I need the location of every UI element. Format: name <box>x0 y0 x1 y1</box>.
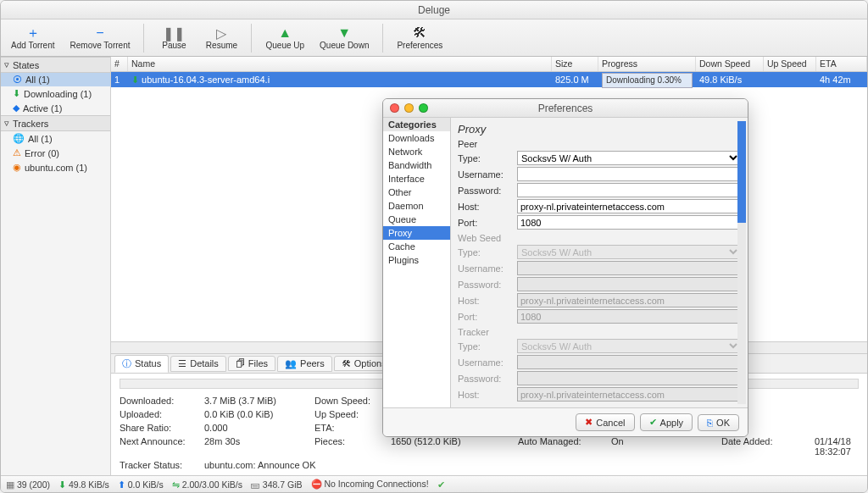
col-size[interactable]: Size <box>552 57 598 71</box>
downloaded-label: Downloaded: <box>120 396 204 406</box>
categories-header: Categories <box>383 118 450 131</box>
date-label: Date Added: <box>721 436 815 457</box>
disk-icon: 🖴 <box>251 479 260 490</box>
health-icon[interactable]: ✔ <box>437 479 445 490</box>
sidebar-tracker-ubuntu[interactable]: ◉ubuntu.com (1) <box>1 160 110 174</box>
col-down[interactable]: Down Speed <box>696 57 764 71</box>
ok-icon: ⎘ <box>707 418 713 428</box>
category-proxy[interactable]: Proxy <box>383 226 450 240</box>
category-interface[interactable]: Interface <box>383 172 450 186</box>
active-icon: ◆ <box>13 102 19 114</box>
tab-status[interactable]: ⓘStatus <box>114 355 169 373</box>
sidebar-item-all[interactable]: ⦿All (1) <box>1 73 110 86</box>
download-icon: ⬇ <box>58 479 66 490</box>
downspeed-label: Down Speed: <box>314 396 391 406</box>
torrent-row[interactable]: 1 ⬇ ubuntu-16.04.3-server-amd64.i 825.0 … <box>111 72 867 87</box>
titlebar: Deluge <box>1 1 867 19</box>
down-status[interactable]: ⬇ 49.8 KiB/s <box>58 479 109 490</box>
ratio-status[interactable]: ⇋ 2.00/3.00 KiB/s <box>172 479 242 490</box>
category-plugins[interactable]: Plugins <box>383 253 450 267</box>
share-label: Share Ratio: <box>120 423 204 433</box>
category-bandwidth[interactable]: Bandwidth <box>383 158 450 172</box>
downloaded-value: 3.7 MiB (3.7 MiB) <box>204 396 314 406</box>
category-network[interactable]: Network <box>383 145 450 158</box>
sidebar-tracker-error[interactable]: ⚠Error (0) <box>1 146 110 160</box>
all-icon: 🌐 <box>13 133 25 144</box>
auto-label: Auto Managed: <box>518 436 611 457</box>
queue-up-button[interactable]: ▲Queue Up <box>260 21 309 55</box>
share-value: 0.000 <box>204 423 314 433</box>
preferences-buttons: ✖Cancel ✔Apply ⎘OK <box>383 407 748 436</box>
sidebar-tracker-all[interactable]: 🌐All (1) <box>1 131 110 146</box>
arrow-down-icon: ▼ <box>337 25 352 41</box>
col-progress[interactable]: Progress <box>598 57 696 71</box>
webseed-username-input <box>517 261 741 275</box>
download-icon: ⬇ <box>131 75 139 85</box>
pause-icon: ❚❚ <box>166 25 181 41</box>
gear-icon: 🛠 <box>342 358 351 368</box>
up-status[interactable]: ⬆ 0.0 KiB/s <box>118 479 164 490</box>
col-name[interactable]: Name <box>128 57 552 71</box>
connections-status[interactable]: ▦ 39 (200) <box>6 479 50 490</box>
incoming-status[interactable]: ⛔ No Incoming Connections! <box>311 479 429 490</box>
category-cache[interactable]: Cache <box>383 240 450 253</box>
tab-peers[interactable]: 👥Peers <box>277 356 332 372</box>
category-queue[interactable]: Queue <box>383 213 450 226</box>
sidebar-item-downloading[interactable]: ⬇Downloading (1) <box>1 86 110 101</box>
peer-section: Peer <box>458 139 741 149</box>
space-status[interactable]: 🖴 348.7 GiB <box>251 479 303 490</box>
eta-label: ETA: <box>314 423 391 433</box>
pieces-label: Pieces: <box>314 436 391 457</box>
webseed-section: Web Seed <box>458 233 741 243</box>
sidebar: ▿States ⦿All (1) ⬇Downloading (1) ◆Activ… <box>1 57 111 475</box>
main-window: Deluge ＋Add Torrent −Remove Torrent ❚❚Pa… <box>0 0 868 493</box>
category-daemon[interactable]: Daemon <box>383 199 450 213</box>
warning-icon: ⚠ <box>13 147 21 158</box>
category-downloads[interactable]: Downloads <box>383 131 450 145</box>
pause-button[interactable]: ❚❚Pause <box>153 21 195 55</box>
webseed-password-input <box>517 277 741 291</box>
tab-details[interactable]: ☰Details <box>170 356 226 372</box>
col-eta[interactable]: ETA <box>816 57 867 71</box>
preferences-dialog: Preferences Categories Downloads Network… <box>382 98 748 437</box>
webseed-type-select: Socksv5 W/ Auth <box>517 245 741 259</box>
sidebar-states-header[interactable]: ▿States <box>1 57 110 73</box>
tracker-status-value: ubuntu.com: Announce OK <box>204 460 859 470</box>
plus-icon: ＋ <box>25 25 41 41</box>
category-other[interactable]: Other <box>383 186 450 199</box>
remove-torrent-button[interactable]: −Remove Torrent <box>65 21 136 55</box>
date-value: 01/14/18 18:32:07 <box>815 436 859 457</box>
tracker-username-input <box>517 355 741 369</box>
apply-button[interactable]: ✔Apply <box>640 413 693 431</box>
col-num[interactable]: # <box>111 57 128 71</box>
tab-files[interactable]: 🗍Files <box>228 356 275 371</box>
cancel-button[interactable]: ✖Cancel <box>576 413 634 431</box>
peer-password-input[interactable] <box>517 183 741 197</box>
files-icon: 🗍 <box>236 358 245 368</box>
next-value: 28m 30s <box>204 436 314 457</box>
auto-value: On <box>611 436 721 457</box>
tracker-host-input <box>517 387 741 402</box>
preferences-button[interactable]: 🛠Preferences <box>392 21 448 55</box>
tracker-type-select: Socksv5 W/ Auth <box>517 339 741 353</box>
peer-type-select[interactable]: Socksv5 W/ Auth <box>517 151 741 165</box>
col-up[interactable]: Up Speed <box>764 57 816 71</box>
peer-host-input[interactable] <box>517 199 741 213</box>
resume-button[interactable]: ▷Resume <box>200 21 242 55</box>
list-icon: ☰ <box>178 358 186 369</box>
panel-title: Proxy <box>458 123 741 136</box>
gear-icon: 🛠 <box>412 25 427 41</box>
peer-port-input[interactable] <box>517 215 741 230</box>
add-torrent-button[interactable]: ＋Add Torrent <box>6 21 60 55</box>
preferences-scrollbar[interactable] <box>737 121 746 404</box>
tracker-status-label: Tracker Status: <box>120 460 204 470</box>
preferences-titlebar[interactable]: Preferences <box>383 99 748 118</box>
peer-username-input[interactable] <box>517 167 741 181</box>
sidebar-trackers-header[interactable]: ▿Trackers <box>1 115 110 131</box>
toolbar: ＋Add Torrent −Remove Torrent ❚❚Pause ▷Re… <box>1 19 867 57</box>
upspeed-label: Up Speed: <box>314 409 391 419</box>
queue-down-button[interactable]: ▼Queue Down <box>314 21 374 55</box>
torrent-table-header: # Name Size Progress Down Speed Up Speed… <box>111 57 867 72</box>
sidebar-item-active[interactable]: ◆Active (1) <box>1 101 110 115</box>
ok-button[interactable]: ⎘OK <box>698 414 739 431</box>
